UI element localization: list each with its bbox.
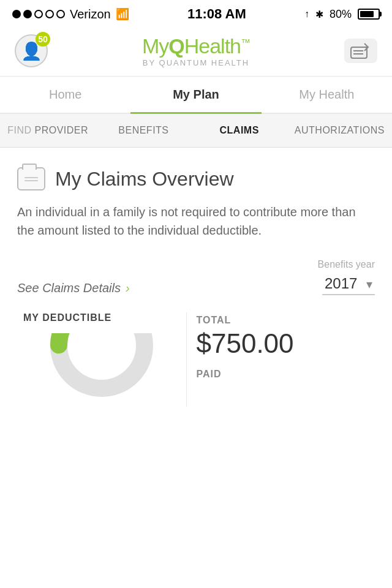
claims-overview-title: My Claims Overview bbox=[55, 168, 234, 190]
wifi-icon: 📶 bbox=[116, 7, 129, 21]
battery-fill bbox=[360, 11, 374, 17]
battery-percent: 80% bbox=[330, 8, 352, 21]
deductible-right: TOTAL $750.00 PAID bbox=[186, 312, 375, 407]
wallet-line-1 bbox=[24, 177, 38, 178]
claims-description: An individual in a family is not require… bbox=[17, 203, 375, 239]
subtab-authorizations[interactable]: AUTHORIZATIONS bbox=[287, 114, 392, 147]
wallet-line-2 bbox=[24, 180, 38, 181]
notification-badge: 50 bbox=[36, 32, 50, 47]
logo-text: MyQHealth™ bbox=[142, 34, 250, 58]
bluetooth-icon: ✱ bbox=[315, 9, 323, 20]
subtab-claims[interactable]: CLAIMS bbox=[192, 114, 287, 147]
status-time: 11:08 AM bbox=[187, 6, 246, 22]
signal-dots bbox=[12, 10, 65, 18]
find-prefix: FIND bbox=[7, 125, 34, 135]
battery-box bbox=[358, 9, 380, 20]
total-amount: $750.00 bbox=[197, 328, 366, 359]
battery-indicator bbox=[358, 9, 380, 20]
year-select-container: Benefits year 2015 2016 2017 2018 bbox=[318, 259, 375, 295]
deductible-left: MY DEDUCTIBLE bbox=[17, 312, 186, 407]
total-label: TOTAL bbox=[197, 315, 366, 326]
avatar-container[interactable]: 👤 50 bbox=[15, 34, 48, 67]
claims-title-row: My Claims Overview bbox=[17, 167, 375, 190]
wallet-icon bbox=[17, 167, 45, 190]
status-bar: Verizon 📶 11:08 AM ↑ ✱ 80% bbox=[0, 0, 392, 26]
year-selector[interactable]: 2015 2016 2017 2018 bbox=[322, 273, 375, 295]
svg-rect-0 bbox=[351, 47, 367, 58]
app-header: 👤 50 MyQHealth™ by QUANTUM HEALTH bbox=[0, 26, 392, 77]
main-tabs: Home My Plan My Health bbox=[0, 77, 392, 114]
signal-dot-3 bbox=[34, 10, 43, 18]
subtab-benefits[interactable]: BENEFITS bbox=[96, 114, 191, 147]
logo: MyQHealth™ by QUANTUM HEALTH bbox=[142, 34, 250, 67]
donut-svg bbox=[40, 333, 163, 407]
signal-dot-5 bbox=[56, 10, 65, 18]
location-icon: ↑ bbox=[304, 9, 309, 20]
carrier-label: Verizon bbox=[70, 7, 111, 21]
chevron-right-icon: › bbox=[126, 281, 130, 295]
deductible-section: MY DEDUCTIBLE TOTAL $750.00 PAID bbox=[17, 312, 375, 407]
status-left: Verizon 📶 bbox=[12, 7, 129, 21]
signal-dot-4 bbox=[45, 10, 54, 18]
deductible-donut-chart bbox=[40, 333, 163, 407]
paid-label: PAID bbox=[197, 369, 366, 380]
tab-my-health[interactable]: My Health bbox=[262, 77, 392, 113]
year-row: See Claims Details › Benefits year 2015 … bbox=[17, 259, 375, 295]
status-right: ↑ ✱ 80% bbox=[304, 8, 380, 21]
deductible-title: MY DEDUCTIBLE bbox=[23, 312, 111, 323]
tab-my-plan[interactable]: My Plan bbox=[130, 77, 261, 113]
provider-label: PROVIDER bbox=[34, 125, 88, 135]
wallet-lines bbox=[24, 177, 38, 181]
svg-point-4 bbox=[59, 333, 145, 388]
signal-dot-1 bbox=[12, 10, 21, 18]
logo-sub: by QUANTUM HEALTH bbox=[142, 58, 250, 67]
share-icon bbox=[350, 42, 372, 59]
subtab-find-provider[interactable]: FIND PROVIDER bbox=[0, 114, 96, 147]
year-select-wrapper: 2015 2016 2017 2018 bbox=[322, 273, 375, 295]
see-claims-link[interactable]: See Claims Details › bbox=[17, 281, 130, 295]
benefits-year-label: Benefits year bbox=[318, 259, 375, 270]
see-claims-label: See Claims Details bbox=[17, 281, 121, 295]
share-button[interactable] bbox=[344, 39, 377, 63]
signal-dot-2 bbox=[23, 10, 32, 18]
main-content: My Claims Overview An individual in a fa… bbox=[0, 148, 392, 424]
sub-tabs: FIND PROVIDER BENEFITS CLAIMS AUTHORIZAT… bbox=[0, 114, 392, 148]
tab-home[interactable]: Home bbox=[0, 77, 130, 113]
